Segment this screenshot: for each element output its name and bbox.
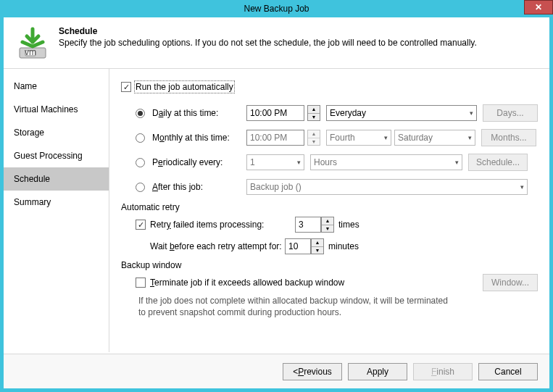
periodic-unit-select: Hours▾: [310, 154, 462, 170]
titlebar: New Backup Job ✕: [0, 0, 553, 17]
previous-button[interactable]: < Previous: [283, 363, 342, 380]
retry-label: Retry failed items processing:: [150, 220, 295, 230]
run-automatically-label: Run the job automatically: [136, 82, 233, 92]
header-title: Schedule: [59, 26, 477, 36]
radio-periodically[interactable]: [136, 158, 145, 167]
sidebar-item-schedule[interactable]: Schedule: [4, 167, 109, 191]
close-button[interactable]: ✕: [524, 0, 553, 14]
periodically-label: Periodically every:: [152, 157, 246, 167]
retry-times-label: times: [338, 220, 359, 230]
monthly-time-input: 10:00 PM: [246, 130, 304, 146]
after-job-select: Backup job ()▾: [246, 179, 528, 195]
backup-window-note: If the job does not complete within allo…: [138, 295, 457, 318]
daily-recurrence-select[interactable]: Everyday▾: [326, 105, 477, 121]
header-subtitle: Specify the job scheduling options. If y…: [59, 38, 477, 48]
terminate-label: Terminate job if it exceeds allowed back…: [150, 278, 344, 288]
wizard-header: vm Schedule Specify the job scheduling o…: [4, 17, 549, 68]
daily-time-spinner[interactable]: ▲▼: [307, 105, 320, 121]
retry-checkbox[interactable]: [136, 220, 146, 230]
finish-button: Finish: [413, 363, 473, 380]
wait-unit-label: minutes: [328, 241, 359, 251]
wait-label: Wait before each retry attempt for:: [150, 241, 285, 251]
wait-value-spinner[interactable]: ▲▼: [311, 238, 324, 254]
schedule-icon: vm: [15, 26, 50, 61]
monthly-label: Monthly at this time:: [152, 133, 246, 143]
daily-time-input[interactable]: 10:00 PM: [246, 105, 304, 121]
automatic-retry-section: Automatic retry: [121, 202, 538, 212]
schedule-button: Schedule...: [468, 154, 528, 171]
wizard-sidebar: Name Virtual Machines Storage Guest Proc…: [4, 69, 109, 352]
svg-text:vm: vm: [25, 47, 36, 57]
sidebar-item-virtual-machines[interactable]: Virtual Machines: [4, 98, 109, 121]
wait-value-input[interactable]: 10: [285, 238, 311, 254]
after-job-label: After this job:: [152, 182, 246, 192]
monthly-week-select: Fourth▾: [326, 130, 391, 146]
run-automatically-checkbox[interactable]: [121, 82, 131, 92]
retry-count-input[interactable]: 3: [295, 217, 321, 233]
terminate-checkbox[interactable]: [136, 278, 146, 288]
apply-button[interactable]: Apply: [348, 363, 407, 380]
cancel-button[interactable]: Cancel: [478, 363, 538, 380]
days-button: Days...: [483, 104, 538, 122]
daily-label: Daily at this time:: [152, 108, 246, 118]
wizard-footer: < Previous Apply Finish Cancel: [4, 354, 549, 388]
radio-monthly[interactable]: [136, 133, 145, 143]
content-pane: Run the job automatically Daily at this …: [109, 69, 549, 352]
sidebar-item-guest-processing[interactable]: Guest Processing: [4, 144, 109, 167]
monthly-time-spinner: ▲▼: [307, 130, 320, 146]
retry-count-spinner[interactable]: ▲▼: [321, 217, 334, 233]
monthly-day-select: Saturday▾: [394, 130, 475, 146]
sidebar-item-storage[interactable]: Storage: [4, 121, 109, 144]
radio-daily[interactable]: [136, 109, 145, 118]
sidebar-item-name[interactable]: Name: [4, 75, 109, 98]
radio-after-job[interactable]: [136, 183, 145, 192]
window-title: New Backup Job: [244, 4, 309, 14]
months-button: Months...: [481, 129, 536, 146]
backup-window-section: Backup window: [121, 260, 538, 270]
window-button: Window...: [483, 274, 538, 291]
sidebar-item-summary[interactable]: Summary: [4, 191, 109, 214]
periodic-value-select: 1▾: [246, 154, 304, 170]
